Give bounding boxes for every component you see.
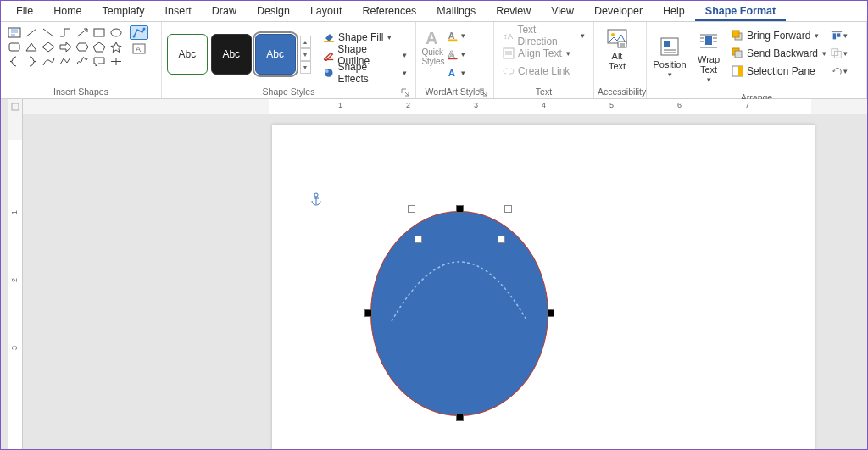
tab-home[interactable]: Home — [43, 1, 92, 21]
shape-freeform-icon[interactable] — [57, 54, 74, 69]
wrap-text-button[interactable]: Wrap Text ▾ — [689, 27, 728, 88]
bring-forward-button[interactable]: Bring Forward ▾ — [730, 27, 828, 44]
shape-textbox-icon[interactable] — [6, 25, 23, 40]
alt-text-button[interactable]: Alt Text — [598, 24, 637, 75]
svg-rect-5 — [9, 43, 19, 51]
chevron-up-icon[interactable]: ▴ — [300, 36, 311, 48]
edit-handle[interactable] — [415, 236, 422, 243]
vertical-ruler[interactable]: 1 2 3 — [8, 114, 23, 449]
ruler-mark: 1 — [10, 210, 19, 214]
text-box-button[interactable]: A — [130, 42, 148, 56]
chevron-down-icon: ▾ — [403, 51, 407, 59]
shape-style-spinner[interactable]: ▴ ▾ ▾ — [300, 36, 311, 74]
svg-text:A: A — [448, 31, 455, 41]
text-fill-button[interactable]: A▾ — [447, 27, 465, 44]
edit-handle[interactable] — [408, 205, 415, 213]
svg-rect-48 — [837, 33, 841, 36]
text-outline-button[interactable]: A▾ — [447, 46, 465, 63]
tab-view[interactable]: View — [541, 1, 584, 21]
shape-ellipse-icon[interactable] — [108, 25, 125, 40]
shape-roundrect-icon[interactable] — [6, 40, 23, 54]
edit-shape-column: A — [130, 24, 148, 56]
shape-style-3[interactable]: Abc — [255, 34, 296, 75]
shape-style-1[interactable]: Abc — [167, 34, 208, 75]
shape-star-icon[interactable] — [108, 40, 125, 54]
shape-rect-icon[interactable] — [91, 25, 108, 40]
shape-hexagon-icon[interactable] — [74, 40, 91, 54]
alt-text-icon — [606, 27, 628, 49]
quick-styles-button[interactable]: A Quick Styles — [421, 27, 445, 66]
group-label-shape-styles: Shape Styles — [165, 86, 412, 98]
ruler-mark: 7 — [745, 101, 749, 109]
shape-rbrace-icon[interactable] — [23, 54, 40, 69]
edit-vertex[interactable] — [456, 414, 464, 421]
shape-more-icon[interactable] — [108, 54, 125, 69]
position-button[interactable]: Position ▾ — [650, 27, 689, 88]
shape-callout-icon[interactable] — [91, 54, 108, 69]
svg-rect-10 — [324, 41, 334, 42]
shape-triangle-icon[interactable] — [23, 40, 40, 54]
tab-mailings[interactable]: Mailings — [426, 1, 486, 21]
tab-help[interactable]: Help — [653, 1, 695, 21]
tab-developer[interactable]: Developer — [584, 1, 653, 21]
shape-effects-button[interactable]: Shape Effects▾ — [320, 64, 410, 81]
shape-line-icon[interactable] — [23, 25, 40, 40]
horizontal-ruler[interactable]: 1 2 3 4 5 6 7 — [23, 99, 867, 114]
selection-pane-label: Selection Pane — [747, 65, 815, 77]
chevron-down-icon: ▾ — [566, 49, 570, 58]
tab-draw[interactable]: Draw — [202, 1, 247, 21]
group-button[interactable]: ▾ — [831, 45, 848, 62]
tab-design[interactable]: Design — [247, 1, 300, 21]
text-effects-button[interactable]: A▾ — [447, 64, 465, 81]
ruler-mark: 2 — [10, 278, 19, 282]
more-styles-icon[interactable]: ▾ — [300, 61, 311, 74]
tab-references[interactable]: References — [352, 1, 426, 21]
ruler-mark: 3 — [474, 101, 478, 109]
edit-vertex[interactable] — [547, 309, 554, 317]
selection-pane-button[interactable]: Selection Pane — [730, 63, 828, 80]
send-backward-button[interactable]: Send Backward ▾ — [730, 45, 828, 62]
align-button[interactable]: ▾ — [831, 27, 848, 44]
document-workspace[interactable]: 1 2 3 4 5 6 7 1 2 3 — [1, 99, 867, 449]
chevron-down-icon[interactable]: ▾ — [300, 48, 311, 61]
tab-review[interactable]: Review — [486, 1, 541, 21]
chevron-down-icon: ▾ — [461, 69, 465, 77]
tab-templafy[interactable]: Templafy — [92, 1, 155, 21]
shape-line2-icon[interactable] — [40, 25, 57, 40]
tab-layout[interactable]: Layout — [300, 1, 353, 21]
svg-rect-47 — [833, 33, 837, 39]
edit-handle[interactable] — [504, 205, 512, 213]
tab-insert[interactable]: Insert — [155, 1, 202, 21]
edit-shape-button[interactable] — [130, 25, 148, 40]
selected-shape[interactable] — [367, 208, 552, 419]
ribbon: A Insert Shapes Abc Abc Abc ▴ ▾ ▾ — [1, 21, 867, 99]
dialog-launcher-icon[interactable] — [400, 87, 410, 97]
edit-handle[interactable] — [498, 236, 505, 243]
shape-style-2[interactable]: Abc — [211, 34, 252, 75]
text-direction-button[interactable]: ↕A Text Direction▾ — [499, 27, 588, 44]
rotate-button[interactable]: ▾ — [831, 63, 848, 80]
edit-vertex[interactable] — [364, 309, 372, 317]
svg-line-2 — [43, 29, 53, 36]
group-label-text: WordArt Styles — [426, 86, 485, 97]
shape-effects-label: Shape Effects — [337, 61, 398, 85]
chevron-down-icon: ▾ — [822, 49, 826, 58]
shape-curve-icon[interactable] — [40, 54, 57, 69]
position-label: Position — [653, 59, 686, 69]
group-wordart-styles: A Quick Styles A▾ A▾ A▾ WordArt Styles — [416, 22, 494, 98]
shapes-gallery[interactable] — [4, 24, 126, 70]
shape-lbrace-icon[interactable] — [6, 54, 23, 69]
align-text-button[interactable]: Align Text▾ — [499, 45, 588, 62]
shape-scribble-icon[interactable] — [74, 54, 91, 69]
edit-vertex[interactable] — [456, 205, 464, 213]
shape-connector-icon[interactable] — [57, 25, 74, 40]
shape-ellipse[interactable] — [370, 211, 548, 416]
shape-arrow-icon[interactable] — [74, 25, 91, 40]
dialog-launcher-icon[interactable] — [478, 87, 488, 97]
shape-diamond-icon[interactable] — [40, 40, 57, 54]
svg-point-12 — [325, 69, 333, 77]
shape-right-arrow-icon[interactable] — [57, 40, 74, 54]
shape-pentagon-icon[interactable] — [91, 40, 108, 54]
tab-shape-format[interactable]: Shape Format — [695, 1, 786, 21]
tab-file[interactable]: File — [6, 1, 43, 21]
